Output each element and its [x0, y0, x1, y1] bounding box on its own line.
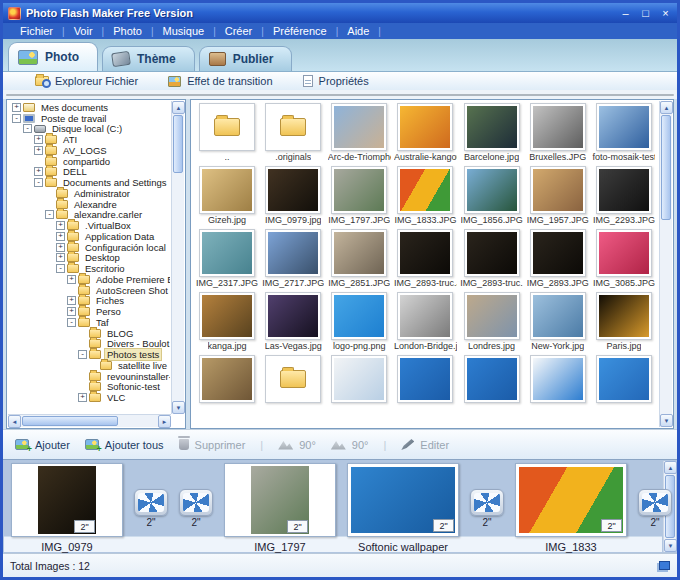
plus-expander-icon[interactable]: + — [56, 221, 65, 230]
plus-expander-icon[interactable]: + — [34, 146, 43, 155]
tab-photo[interactable]: Photo — [8, 42, 98, 71]
filmstrip-photo-softonic-wallpaper[interactable]: 2"Softonic wallpaper — [347, 463, 459, 555]
exploreur-fichier-button[interactable]: Exploreur Fichier — [35, 75, 138, 87]
transition-effect-icon[interactable] — [179, 489, 213, 516]
tab-th-me[interactable]: Thème — [102, 46, 195, 71]
minus-expander-icon[interactable]: - — [78, 350, 87, 359]
scroll-left-button[interactable]: ◄ — [8, 415, 21, 428]
scroll-thumb[interactable] — [22, 416, 118, 426]
scroll-track[interactable] — [119, 415, 158, 427]
grid-photo-img-2717-jpg[interactable]: IMG_2717.JPG — [261, 229, 325, 290]
grid-folder-originals[interactable]: .originals — [261, 103, 325, 164]
plus-expander-icon[interactable]: + — [56, 253, 65, 262]
tree-vertical-scrollbar[interactable]: ▲ ▼ — [171, 101, 184, 414]
grid-photo-foto-mosaik-test[interactable]: foto-mosaik-test... — [592, 103, 656, 164]
tree-item-autoscreen-shot[interactable]: AutoScreen Shot — [9, 285, 170, 296]
grid-photo-bruxelles-jpg[interactable]: Bruxelles.JPG — [526, 103, 590, 164]
tree-item-perso[interactable]: +Perso — [9, 306, 170, 317]
minus-expander-icon[interactable]: - — [45, 210, 54, 219]
scroll-right-button[interactable]: ► — [158, 415, 171, 428]
transition-effect-icon[interactable] — [470, 489, 504, 516]
supprimer-button[interactable]: Supprimer — [179, 439, 246, 451]
transition-slot[interactable]: 2" — [470, 489, 504, 528]
grid-photo-item[interactable] — [195, 355, 259, 416]
minus-expander-icon[interactable]: - — [12, 114, 21, 123]
grid-photo-img-1833-jpg[interactable]: IMG_1833.JPG — [393, 166, 457, 227]
minimize-button[interactable]: – — [619, 6, 632, 20]
grid-photo-item[interactable] — [526, 355, 590, 416]
grid-folder-item[interactable] — [261, 355, 325, 416]
ajouter-tous-button[interactable]: Ajouter tous — [85, 439, 164, 451]
transition-slot[interactable]: 2" — [638, 489, 672, 528]
scroll-down-button[interactable]: ▼ — [664, 539, 677, 552]
minus-expander-icon[interactable]: - — [67, 318, 76, 327]
grid-vertical-scrollbar[interactable]: ▲ ▼ — [659, 101, 672, 427]
filmstrip-photo-img-1833[interactable]: 2"IMG_1833 — [515, 463, 627, 555]
plus-expander-icon[interactable]: + — [34, 167, 43, 176]
grid-photo-barcelone-jpg[interactable]: Barcelone.jpg — [460, 103, 524, 164]
menu-item-cr-er[interactable]: Créer — [216, 25, 262, 37]
scroll-track[interactable] — [172, 174, 184, 401]
plus-expander-icon[interactable]: + — [67, 307, 76, 316]
scroll-thumb[interactable] — [173, 115, 183, 173]
grid-photo-item[interactable] — [393, 355, 457, 416]
tree-item-disque-local-c[interactable]: -Disque local (C:) — [9, 124, 170, 135]
grid-photo-item[interactable] — [327, 355, 391, 416]
scroll-up-button[interactable]: ▲ — [664, 461, 677, 474]
tree-item-fiches[interactable]: +Fiches — [9, 296, 170, 307]
plus-expander-icon[interactable]: + — [34, 135, 43, 144]
minus-expander-icon[interactable]: - — [56, 264, 65, 273]
tree-item-vlc[interactable]: +VLC — [9, 392, 170, 403]
tab-publier[interactable]: Publier — [199, 46, 293, 71]
grid-photo-australie-kangou[interactable]: Australie-kangou... — [393, 103, 457, 164]
editer-button[interactable]: Editer — [401, 439, 449, 451]
scroll-up-button[interactable]: ▲ — [660, 101, 673, 114]
filmstrip-photo-img-1797[interactable]: 2"IMG_1797 — [224, 463, 336, 555]
grid-photo-paris-jpg[interactable]: Paris.jpg — [592, 292, 656, 353]
maximize-button[interactable]: □ — [639, 6, 652, 20]
grid-photo-img-2851-jpg[interactable]: IMG_2851.JPG — [327, 229, 391, 290]
grid-photo-img-3085-jpg[interactable]: IMG_3085.JPG — [592, 229, 656, 290]
ajouter-button[interactable]: Ajouter — [15, 439, 70, 451]
menu-item-pr-f-rence[interactable]: Préférence — [264, 25, 336, 37]
grid-photo-item[interactable] — [592, 355, 656, 416]
scroll-down-button[interactable]: ▼ — [660, 414, 673, 427]
grid-folder-item[interactable]: .. — [195, 103, 259, 164]
grid-photo-london-bridge-jpg[interactable]: London-Bridge.jpg — [393, 292, 457, 353]
menu-item-voir[interactable]: Voir — [65, 25, 102, 37]
scroll-track[interactable] — [660, 221, 672, 414]
scroll-thumb[interactable] — [661, 115, 671, 220]
grid-photo-img-2893-truc-j[interactable]: IMG_2893-truc.J... — [393, 229, 457, 290]
menu-item-musique[interactable]: Musique — [154, 25, 214, 37]
menu-item-photo[interactable]: Photo — [104, 25, 151, 37]
plus-expander-icon[interactable]: + — [56, 232, 65, 241]
grid-photo-arc-de-triomphe[interactable]: Arc-de-Triomphe... — [327, 103, 391, 164]
grid-photo-img-1957-jpg[interactable]: IMG_1957.JPG — [526, 166, 590, 227]
grid-photo-las-vegas-jpg[interactable]: Las-Vegas.jpg — [261, 292, 325, 353]
propri-t-s-button[interactable]: Propriétés — [303, 75, 369, 87]
menu-item-fichier[interactable]: Fichier — [11, 25, 62, 37]
filmstrip-photo-img-0979[interactable]: 2"IMG_0979 — [11, 463, 123, 555]
grid-photo-item[interactable] — [460, 355, 524, 416]
transition-effect-icon[interactable] — [134, 489, 168, 516]
90-button[interactable]: 90° — [278, 439, 316, 451]
plus-expander-icon[interactable]: + — [12, 103, 21, 112]
grid-photo-img-2893-jpg[interactable]: IMG_2893.JPG — [526, 229, 590, 290]
grid-photo-img-0979-jpg[interactable]: IMG_0979.jpg — [261, 166, 325, 227]
grid-photo-img-2317-jpg[interactable]: IMG_2317.JPG — [195, 229, 259, 290]
close-button[interactable]: × — [659, 6, 672, 20]
plus-expander-icon[interactable]: + — [56, 243, 65, 252]
minus-expander-icon[interactable]: - — [23, 124, 32, 133]
grid-photo-gizeh-jpg[interactable]: Gizeh.jpg — [195, 166, 259, 227]
minus-expander-icon[interactable]: - — [34, 178, 43, 187]
plus-expander-icon[interactable]: + — [67, 275, 76, 284]
effet-de-transition-button[interactable]: Effet de transition — [168, 75, 272, 87]
menu-item-aide[interactable]: Aide — [338, 25, 378, 37]
grid-photo-img-2893-truc[interactable]: IMG_2893-truc... — [460, 229, 524, 290]
grid-photo-img-2293-jpg[interactable]: IMG_2293.JPG — [592, 166, 656, 227]
90-button[interactable]: 90° — [331, 439, 369, 451]
grid-photo-londres-jpg[interactable]: Londres.jpg — [460, 292, 524, 353]
plus-expander-icon[interactable]: + — [67, 296, 76, 305]
grid-photo-logo-png-png[interactable]: logo-png.png — [327, 292, 391, 353]
tree-horizontal-scrollbar[interactable]: ◄ ► — [8, 414, 171, 427]
